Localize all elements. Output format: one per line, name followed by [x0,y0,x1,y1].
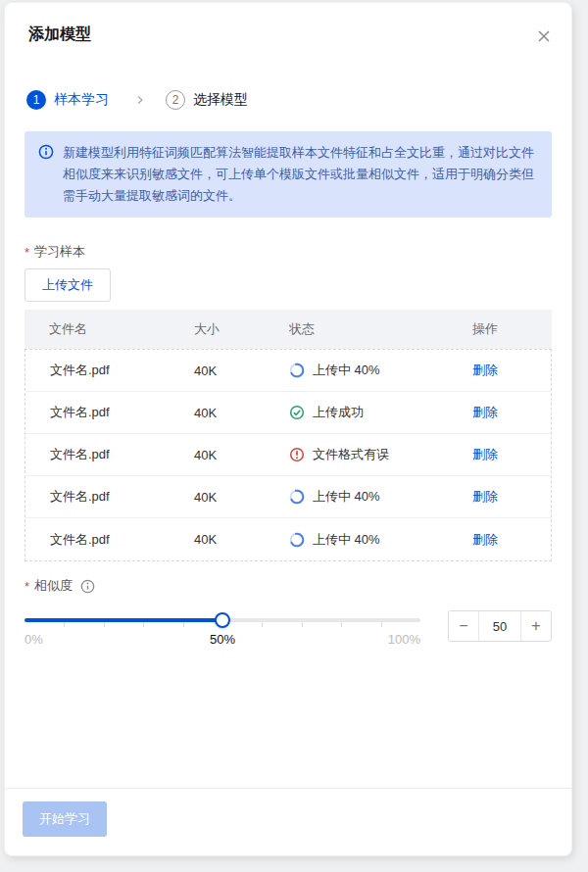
file-status-text: 上传中 40% [313,362,380,379]
file-size: 40K [194,532,289,547]
success-check-icon [289,405,305,420]
file-status-text: 文件格式有误 [313,446,389,463]
info-circle-icon [38,144,54,207]
step1-label: 样本学习 [54,91,109,109]
file-size: 40K [194,406,289,420]
stepper-value[interactable]: 50 [478,611,521,641]
slider-min-label: 0% [24,632,43,647]
learning-sample-label-text: 学习样本 [34,243,85,261]
close-icon [536,28,552,44]
table-row: 文件名.pdf 40K 上传中 40% 删除 [25,350,551,392]
required-asterisk: * [24,245,29,260]
column-header-action: 操作 [472,320,552,338]
slider-track-fill [24,618,222,622]
start-learning-button[interactable]: 开始学习 [23,801,107,837]
file-status-text: 上传中 40% [313,531,380,549]
slider-tick [302,622,303,627]
column-header-size: 大小 [194,320,289,338]
upload-file-button[interactable]: 上传文件 [24,268,111,302]
file-name: 文件名.pdf [25,531,194,549]
loading-spinner-icon [289,489,305,505]
file-status: 文件格式有误 [289,446,472,463]
error-exclamation-icon [289,447,305,462]
chevron-right-icon [134,94,146,106]
delete-link[interactable]: 删除 [472,532,498,547]
file-table: 文件名 大小 状态 操作 文件名.pdf 40K 上传中 40% 删 [24,310,552,561]
file-name: 文件名.pdf [25,488,194,506]
step2-label: 选择模型 [193,91,248,109]
slider-current-label: 50% [210,632,235,647]
close-button[interactable] [532,24,556,48]
delete-link[interactable]: 删除 [472,489,498,504]
slider-labels: 0% 50% 100% [24,632,420,650]
table-row: 文件名.pdf 40K 上传成功 删除 [25,392,551,434]
table-row: 文件名.pdf 40K 文件格式有误 删除 [25,434,551,476]
file-status: 上传中 40% [289,362,472,379]
file-size: 40K [194,490,289,505]
similarity-stepper: − 50 + [448,610,552,642]
add-model-dialog: 添加模型 1 样本学习 2 选择模型 新建模型利用特征词频匹配 [4,2,572,856]
column-header-filename: 文件名 [24,320,194,338]
similarity-label-text: 相似度 [34,577,73,595]
plus-icon[interactable]: + [521,611,551,641]
similarity-slider[interactable]: 0% 50% 100% [24,610,420,650]
slider-tick [262,622,263,627]
steps-wizard: 1 样本学习 2 选择模型 [24,90,552,110]
delete-link[interactable]: 删除 [472,405,498,419]
similarity-control: 0% 50% 100% − 50 + [24,610,552,650]
slider-track[interactable] [24,618,420,622]
file-status: 上传中 40% [289,488,472,506]
step1-badge: 1 [26,90,46,110]
slider-tick [64,622,65,627]
file-status: 上传成功 [289,404,472,421]
file-status-text: 上传成功 [313,404,364,421]
table-row: 文件名.pdf 40K 上传中 40% 删除 [25,518,551,560]
file-table-header: 文件名 大小 状态 操作 [24,310,552,349]
slider-tick [341,622,342,627]
slider-tick [104,622,105,627]
step-select-model: 2 选择模型 [166,90,248,110]
file-table-body: 文件名.pdf 40K 上传中 40% 删除 文件名.pdf 40K [24,349,552,561]
minus-icon[interactable]: − [449,611,478,641]
required-asterisk: * [24,579,29,594]
delete-link[interactable]: 删除 [472,447,498,461]
file-status-text: 上传中 40% [313,488,380,506]
slider-max-label: 100% [388,632,420,647]
file-name: 文件名.pdf [25,362,194,379]
delete-link[interactable]: 删除 [472,363,498,377]
info-banner-text: 新建模型利用特征词频匹配算法智能提取样本文件特征和占全文比重，通过对比文件相似度… [63,142,538,207]
column-header-status: 状态 [289,320,472,338]
dialog-title: 添加模型 [24,24,552,45]
learning-sample-label: * 学习样本 [24,243,552,261]
step2-badge: 2 [166,90,185,110]
step-sample-learning: 1 样本学习 [26,90,109,110]
slider-tick [183,622,184,627]
table-row: 文件名.pdf 40K 上传中 40% 删除 [25,476,551,518]
loading-spinner-icon [289,532,305,548]
info-banner: 新建模型利用特征词频匹配算法智能提取样本文件特征和占全文比重，通过对比文件相似度… [24,131,552,218]
file-status: 上传中 40% [289,531,472,549]
loading-spinner-icon [289,363,305,378]
file-size: 40K [194,363,289,378]
footer-divider [5,788,571,789]
slider-handle[interactable] [215,612,230,628]
dialog-header: 添加模型 [24,3,552,45]
slider-tick [381,622,382,627]
file-name: 文件名.pdf [25,404,194,421]
file-size: 40K [194,448,289,462]
file-name: 文件名.pdf [25,446,194,463]
slider-tick [143,622,144,627]
help-info-icon[interactable] [80,579,95,594]
similarity-label: * 相似度 [24,577,552,595]
